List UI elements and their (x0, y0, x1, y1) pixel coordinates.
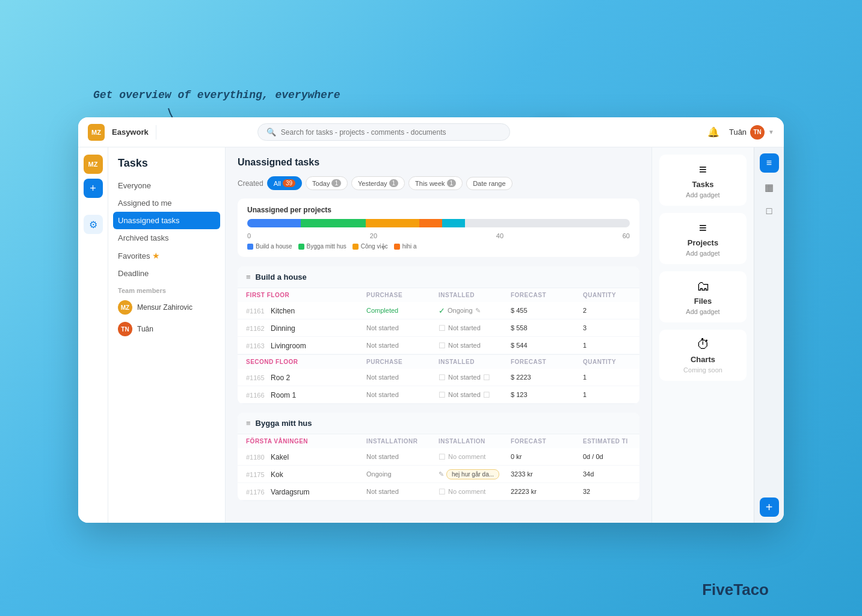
legend-label-1: Bygga mitt hus (307, 243, 346, 250)
main-content: Unassigned tasks Created All 39 Today 1 … (226, 147, 651, 523)
task-row-1162: #1162 Dinning Not started ☐ Not started … (238, 319, 639, 337)
far-right-menu-btn[interactable]: ≡ (760, 153, 779, 173)
gadget-projects-action[interactable]: Add gadget (667, 250, 739, 257)
member-item-tuan[interactable]: TN Tuân (108, 318, 225, 340)
nav-item-deadline[interactable]: Deadline (108, 265, 225, 282)
filter-btn-yesterday[interactable]: Yesterday 1 (351, 176, 405, 190)
gadget-tasks: ≡ Tasks Add gadget (659, 155, 747, 206)
task-name-1163: Livingroom (271, 342, 306, 350)
task-id-1165: #1165 (246, 374, 265, 381)
nav-item-everyone[interactable]: Everyone (108, 177, 225, 194)
member-name-mensur: Mensur Zahirovic (137, 303, 192, 312)
installed-sq-1165: ☐ (439, 373, 446, 382)
gadget-tasks-action[interactable]: Add gadget (667, 191, 739, 199)
workspace-avatar: MZ (88, 124, 105, 141)
task-id-1162: #1162 (246, 325, 265, 332)
filter-all-label: All (274, 180, 281, 187)
search-icon: 🔍 (266, 128, 276, 137)
col-qty-ff: QUANTITY (583, 292, 631, 298)
nav-item-favorites[interactable]: Favorites ★ (108, 247, 225, 265)
far-right-bar: ≡ ▦ □ + (754, 147, 784, 523)
task-row-1161: #1161 Kitchen Completed ✓ Ongoing ✎ $ 45… (238, 302, 639, 319)
nav-item-unassigned[interactable]: Unassigned tasks (113, 212, 220, 229)
progress-bar (247, 219, 630, 227)
far-right-table-btn[interactable]: ▦ (760, 177, 779, 197)
filter-btn-all[interactable]: All 39 (267, 176, 302, 190)
installed-label-1161: Ongoing (448, 307, 473, 314)
subgroup-second-floor: SECOND FLOOR PURCHASE INSTALLED FORECAST… (238, 355, 639, 404)
axis-40: 40 (496, 232, 503, 239)
progress-axis: 0 20 40 60 (247, 232, 630, 239)
installed-label-1176: No comment (448, 488, 485, 495)
task-name-1162: Dinning (271, 324, 295, 333)
task-group-icon-0: ≡ (246, 273, 251, 282)
topbar: MZ Easywork 🔍 🔔 Tuân TN ▼ (78, 117, 784, 147)
favorites-star-icon: ★ (152, 251, 160, 260)
sidebar-add-button[interactable]: + (84, 179, 103, 198)
progress-seg-3 (419, 219, 442, 227)
nav-item-assigned[interactable]: Assigned to me (108, 194, 225, 212)
installed-sq-1163: ☐ (439, 341, 446, 350)
subgroup-first-floor: FIRST FLOOR PURCHASE INSTALLED FORECAST … (238, 288, 639, 355)
installed-check-1161: ✓ (439, 306, 445, 315)
task-qty-1166: 1 (583, 391, 631, 398)
progress-seg-4 (442, 219, 465, 227)
filter-thisweek-count: 1 (447, 179, 457, 187)
task-forecast-1161: $ 455 (511, 307, 583, 314)
installed-sq-1176: ☐ (439, 487, 446, 496)
installed-label-1163: Not started (448, 342, 481, 349)
filter-today-count: 1 (331, 179, 341, 187)
subgroup-header-ff: FIRST FLOOR PURCHASE INSTALLED FORECAST … (238, 288, 639, 302)
nav-title: Tasks (108, 157, 225, 177)
task-forecast-1166: $ 123 (511, 391, 583, 398)
nav-section-team: Team members (108, 282, 225, 297)
nav-item-archived[interactable]: Archived tasks (108, 229, 225, 247)
gadget-files-action[interactable]: Add gadget (667, 308, 739, 315)
task-installed-1175: ✎ hej hur går da... (439, 469, 511, 479)
sidebar-icon-nav[interactable]: ⚙ (84, 215, 103, 234)
task-forecast-1163: $ 544 (511, 342, 583, 349)
subgroup-title-sf: SECOND FLOOR (246, 359, 366, 365)
filter-btn-today[interactable]: Today 1 (306, 176, 348, 190)
installed-sq-1162: ☐ (439, 324, 446, 333)
task-row-1180: #1180 Kakel Not started ☐ No comment 0 k… (238, 448, 639, 466)
filter-btn-daterange[interactable]: Date range (466, 177, 512, 190)
far-right-add-btn[interactable]: + (760, 497, 779, 517)
task-name-1166: Room 1 (271, 391, 296, 399)
user-menu[interactable]: Tuân TN ▼ (729, 125, 774, 140)
far-right-layout-btn[interactable]: □ (760, 202, 779, 221)
search-input[interactable] (281, 128, 501, 137)
sidebar-icon-tasks[interactable]: MZ (84, 155, 103, 174)
gadget-tasks-name: Tasks (667, 180, 739, 189)
task-cell-name-1180: #1180 Kakel (246, 451, 366, 462)
task-purchase-1162: Not started (366, 324, 439, 331)
task-qty-1180: 0d / 0d (583, 453, 631, 460)
task-qty-1163: 1 (583, 342, 631, 349)
task-cell-name-1162: #1162 Dinning (246, 322, 366, 333)
gadget-charts-name: Charts (667, 355, 739, 364)
task-purchase-1166: Not started (366, 391, 439, 398)
task-qty-1162: 3 (583, 324, 631, 331)
user-avatar: TN (750, 125, 765, 140)
task-forecast-1162: $ 558 (511, 324, 583, 331)
installed-label-1165: Not started (448, 374, 481, 381)
task-purchase-1176: Not started (366, 488, 439, 495)
task-forecast-1175: 3233 kr (511, 470, 583, 478)
task-id-1180: #1180 (246, 454, 265, 461)
gadget-charts-action: Coming soon (667, 366, 739, 374)
task-group-name-1: Bygga mitt hus (256, 419, 312, 428)
member-item-mensur[interactable]: MZ Mensur Zahirovic (108, 297, 225, 318)
legend-item-2: Công việc (352, 243, 388, 250)
task-row-1163: #1163 Livingroom Not started ☐ Not start… (238, 337, 639, 354)
search-bar[interactable]: 🔍 (257, 123, 510, 141)
installed-sq2-1166: ☐ (483, 390, 490, 399)
installed-pencil-1161: ✎ (475, 307, 481, 315)
notification-button[interactable]: 🔔 (705, 124, 722, 141)
task-qty-1165: 1 (583, 374, 631, 381)
task-name-1161: Kitchen (271, 307, 295, 315)
col-forecast-ff: FORECAST (511, 292, 583, 298)
gadget-files: 🗂 Files Add gadget (659, 271, 747, 322)
filter-bar: Created All 39 Today 1 Yesterday 1 This … (238, 176, 639, 190)
axis-20: 20 (370, 232, 377, 239)
filter-btn-thisweek[interactable]: This week 1 (408, 176, 463, 190)
